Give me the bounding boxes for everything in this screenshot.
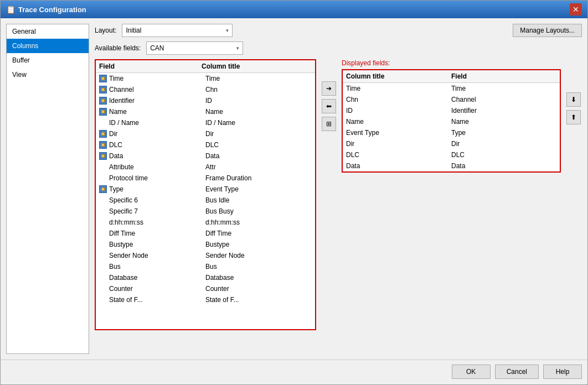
move-down-button[interactable]: ⬇: [566, 92, 581, 107]
displayed-field-name: Identifier: [451, 107, 556, 115]
available-field-row[interactable]: Diff TimeDiff Time: [96, 228, 315, 239]
available-column-title-header: Column title: [202, 63, 304, 70]
displayed-field-row[interactable]: ChnChannel: [343, 94, 560, 105]
available-field-row[interactable]: ID / NameID / Name: [96, 117, 315, 128]
field-name-text: Attribute: [109, 163, 134, 171]
sidebar-item-columns[interactable]: Columns: [7, 39, 89, 53]
available-field-row[interactable]: TypeEvent Type: [96, 184, 315, 195]
displayed-field-row[interactable]: DirDir: [343, 138, 560, 149]
displayed-field-header: Field: [451, 72, 556, 80]
field-name: Counter: [99, 285, 205, 293]
available-field-row[interactable]: DatabaseDatabase: [96, 272, 315, 283]
displayed-column-title: DLC: [346, 151, 451, 159]
available-field-row[interactable]: DirDir: [96, 128, 315, 139]
help-button[interactable]: Help: [543, 365, 582, 379]
sidebar-item-buffer[interactable]: Buffer: [7, 53, 89, 67]
available-field-row[interactable]: BustypeBustype: [96, 239, 315, 250]
field-name: ID / Name: [99, 119, 205, 127]
displayed-fields-panel: Column title Field TimeTimeChnChannelIDI…: [342, 69, 561, 173]
displayed-column-title: ID: [346, 107, 451, 115]
available-field-header: Field: [99, 63, 202, 70]
add-field-button[interactable]: ➜: [322, 81, 336, 96]
field-column-title: Database: [205, 274, 312, 282]
field-column-title: DLC: [205, 141, 312, 149]
available-field-row[interactable]: IdentifierID: [96, 95, 315, 106]
right-arrows-panel: ⬇ ⬆: [565, 59, 582, 124]
displayed-field-row[interactable]: DataData: [343, 160, 560, 171]
displayed-field-name: Time: [451, 85, 556, 92]
field-name: State of F...: [99, 296, 205, 304]
available-field-row[interactable]: Specific 7Bus Busy: [96, 206, 315, 217]
available-field-row[interactable]: Protocol timeFrame Duration: [96, 173, 315, 184]
field-type-icon: [99, 108, 107, 116]
displayed-column-title: Time: [346, 85, 451, 92]
field-column-title: Counter: [205, 285, 312, 293]
field-name-text: Specific 6: [109, 196, 138, 204]
displayed-field-name: Channel: [451, 96, 556, 103]
available-field-row[interactable]: d:hh:mm:ssd:hh:mm:ss: [96, 217, 315, 228]
close-button[interactable]: ✕: [570, 3, 582, 15]
field-column-title: Attr: [205, 163, 312, 171]
cancel-button[interactable]: Cancel: [495, 365, 539, 379]
available-field-row[interactable]: Sender NodeSender Node: [96, 250, 315, 261]
available-field-row[interactable]: AttributeAttr: [96, 162, 315, 173]
ok-button[interactable]: OK: [452, 365, 491, 379]
window-title: Trace Configuration: [18, 6, 86, 14]
available-field-row[interactable]: NameName: [96, 106, 315, 117]
available-field-row[interactable]: DataData: [96, 150, 315, 162]
available-fields-panel: Field Column title TimeTimeChannelChnIde…: [95, 59, 316, 330]
sidebar-item-view[interactable]: View: [7, 67, 89, 82]
field-column-title: Event Type: [205, 185, 312, 193]
available-field-row[interactable]: ChannelChn: [96, 84, 315, 95]
field-name-text: Protocol time: [109, 174, 148, 182]
controls-row: Layout: Initial Manage Layouts...: [95, 24, 582, 37]
displayed-field-row[interactable]: TimeTime: [343, 83, 560, 94]
displayed-field-row[interactable]: NameName: [343, 116, 560, 127]
displayed-field-row[interactable]: DLCDLC: [343, 149, 560, 160]
displayed-fields-wrapper: Displayed fields: Column title Field Tim…: [342, 59, 561, 173]
window-icon: 📋: [6, 5, 15, 14]
title-bar: 📋 Trace Configuration ✕: [1, 1, 587, 18]
available-field-row[interactable]: CounterCounter: [96, 283, 315, 294]
field-type-icon: [99, 185, 107, 193]
field-name: Type: [99, 185, 205, 193]
field-name: d:hh:mm:ss: [99, 218, 205, 226]
available-fields-label: Available fields:: [95, 44, 141, 52]
field-name: Database: [99, 274, 205, 282]
field-column-title: Bus: [205, 263, 312, 270]
available-field-row[interactable]: Specific 6Bus Idle: [96, 195, 315, 206]
available-field-row[interactable]: DLCDLC: [96, 139, 315, 150]
field-column-title: Sender Node: [205, 252, 312, 259]
move-up-button[interactable]: ⬆: [566, 110, 581, 124]
field-name: Bus: [99, 263, 205, 270]
field-name: DLC: [99, 141, 205, 149]
copy-field-button[interactable]: ⊞: [322, 117, 336, 131]
available-field-row[interactable]: State of F...State of F...: [96, 294, 315, 305]
displayed-header: Column title Field: [343, 70, 560, 83]
displayed-field-row[interactable]: IDIdentifier: [343, 105, 560, 116]
displayed-column-title: Data: [346, 162, 451, 170]
displayed-field-row[interactable]: Event TypeType: [343, 127, 560, 138]
field-column-title: Bus Idle: [205, 196, 312, 204]
layout-dropdown[interactable]: Initial: [122, 24, 233, 37]
field-column-title: d:hh:mm:ss: [205, 218, 312, 226]
remove-field-button[interactable]: ⬅: [322, 99, 336, 113]
displayed-column-title-header: Column title: [346, 72, 451, 80]
sidebar-item-general[interactable]: General: [7, 24, 89, 39]
displayed-column-title: Dir: [346, 140, 451, 148]
field-name: Identifier: [99, 97, 205, 105]
available-field-row[interactable]: BusBus: [96, 261, 315, 272]
field-name-text: d:hh:mm:ss: [109, 218, 143, 226]
field-column-title: ID / Name: [205, 119, 312, 127]
available-header: Field Column title: [96, 60, 315, 73]
field-column-title: Diff Time: [205, 230, 312, 237]
field-name: Bustype: [99, 241, 205, 248]
available-field-row[interactable]: TimeTime: [96, 73, 315, 84]
field-name: Diff Time: [99, 230, 205, 237]
fields-dropdown[interactable]: CAN: [146, 41, 243, 55]
field-column-title: ID: [205, 97, 312, 105]
manage-layouts-button[interactable]: Manage Layouts...: [513, 24, 582, 37]
field-name-text: Type: [109, 185, 123, 193]
main-panel: Layout: Initial Manage Layouts... Availa…: [95, 24, 582, 354]
field-name-text: Sender Node: [109, 252, 148, 259]
